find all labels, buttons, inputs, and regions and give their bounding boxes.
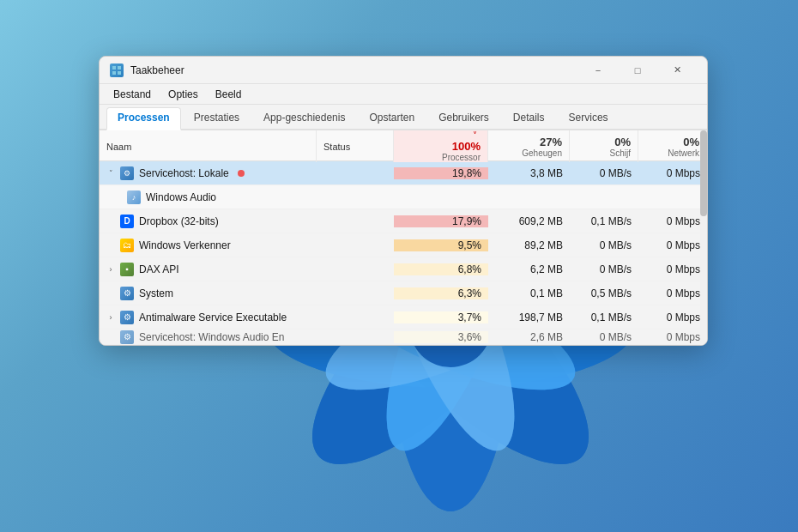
process-icon: ▪ (120, 263, 134, 276)
titlebar: Taakbeheer − □ ✕ (100, 57, 707, 84)
process-disk: 0 MB/s (570, 239, 638, 251)
process-cpu: 6,3% (394, 287, 488, 299)
process-name: Dropbox (32-bits) (139, 215, 219, 227)
menu-beeld[interactable]: Beeld (209, 87, 249, 102)
table-row[interactable]: › ⚙ System 6,3% 0,1 MB 0,5 MB/s 0 Mbps (100, 281, 707, 305)
svg-rect-19 (112, 71, 116, 75)
process-name-cell: › D Dropbox (32-bits) (100, 215, 317, 228)
process-cpu: 3,6% (394, 331, 488, 343)
col-processor[interactable]: ˅ 100% Processor (394, 130, 488, 162)
process-name-cell: › 🗂 Windows Verkenner (100, 239, 317, 252)
process-net: 0 Mbps (638, 263, 707, 275)
process-name: Windows Audio (146, 191, 216, 203)
process-cpu: 3,7% (394, 311, 488, 323)
tab-processen[interactable]: Processen (106, 107, 181, 130)
minimize-button[interactable]: − (578, 57, 618, 84)
process-net: 0 Mbps (638, 239, 707, 251)
col-schijf[interactable]: 0% Schijf (570, 130, 638, 162)
process-mem: 3,8 MB (488, 167, 570, 179)
col-netwerk[interactable]: 0% Netwerk (638, 130, 707, 162)
process-name-cell: ♪ Windows Audio (100, 190, 317, 204)
svg-rect-18 (118, 66, 121, 70)
process-cpu: 6,8% (394, 263, 488, 275)
process-icon: ⚙ (120, 311, 134, 324)
process-icon: ♪ (127, 190, 141, 204)
process-name: Servicehost: Lokale (139, 167, 229, 179)
process-mem: 89,2 MB (488, 239, 570, 251)
task-manager-window: Taakbeheer − □ ✕ Bestand Opties Beeld Pr… (99, 56, 708, 346)
process-icon: D (120, 215, 134, 228)
tab-appgeschiedenis[interactable]: App-geschiedenis (252, 107, 356, 129)
tab-details[interactable]: Details (502, 107, 556, 129)
column-headers: Naam Status ˅ 100% Processor 27% Geheuge… (100, 130, 707, 161)
svg-rect-17 (112, 66, 116, 70)
menu-opties[interactable]: Opties (161, 87, 205, 102)
expand-icon[interactable]: › (106, 313, 115, 322)
app-icon (110, 63, 124, 77)
sort-arrow-icon: ˅ (473, 130, 477, 140)
col-status[interactable]: Status (317, 130, 394, 162)
process-name: System (139, 287, 173, 299)
process-mem: 6,2 MB (488, 263, 570, 275)
tabbar: Processen Prestaties App-geschiedenis Op… (100, 105, 707, 130)
tab-prestaties[interactable]: Prestaties (183, 107, 251, 129)
process-name: DAX API (139, 263, 179, 275)
col-geheugen[interactable]: 27% Geheugen (488, 130, 570, 162)
process-name-cell: › ⚙ Servicehost: Windows Audio En (100, 330, 317, 344)
process-name: Servicehost: Windows Audio En (139, 331, 284, 343)
process-net: 0 Mbps (638, 167, 707, 179)
tab-services[interactable]: Services (558, 107, 620, 129)
process-net: 0 Mbps (638, 287, 707, 299)
process-cpu: 9,5% (394, 239, 488, 251)
table-row[interactable]: ♪ Windows Audio (100, 185, 707, 209)
process-icon: ⚙ (120, 330, 134, 344)
process-mem: 609,2 MB (488, 215, 570, 227)
col-naam[interactable]: Naam (100, 130, 317, 162)
expand-icon[interactable]: ˅ (106, 169, 115, 178)
scrollbar-thumb[interactable] (700, 130, 707, 216)
table-row[interactable]: › ▪ DAX API 6,8% 6,2 MB 0 MB/s 0 Mbps (100, 257, 707, 281)
table-row[interactable]: › ⚙ Servicehost: Windows Audio En 3,6% 2… (100, 329, 707, 345)
table-body: ˅ ⚙ Servicehost: Lokale 19,8% 3,8 MB 0 M… (100, 161, 707, 345)
process-icon: ⚙ (120, 287, 134, 300)
process-cpu: 19,8% (394, 167, 488, 179)
process-table: Naam Status ˅ 100% Processor 27% Geheuge… (100, 130, 707, 345)
status-dot (238, 170, 245, 177)
menu-bestand[interactable]: Bestand (106, 87, 158, 102)
process-name-cell: › ⚙ Antimalware Service Executable (100, 311, 317, 324)
window-title: Taakbeheer (130, 64, 578, 76)
table-row[interactable]: ˅ ⚙ Servicehost: Lokale 19,8% 3,8 MB 0 M… (100, 161, 707, 185)
process-cpu: 17,9% (394, 215, 488, 227)
process-name-cell: ˅ ⚙ Servicehost: Lokale (100, 166, 317, 180)
window-controls: − □ ✕ (578, 57, 697, 84)
maximize-button[interactable]: □ (618, 57, 657, 84)
process-net: 0 Mbps (638, 331, 707, 343)
process-disk: 0 MB/s (570, 263, 638, 275)
table-row[interactable]: › ⚙ Antimalware Service Executable 3,7% … (100, 305, 707, 329)
process-disk: 0 MB/s (570, 167, 638, 179)
process-disk: 0,1 MB/s (570, 311, 638, 323)
table-row[interactable]: › 🗂 Windows Verkenner 9,5% 89,2 MB 0 MB/… (100, 233, 707, 257)
scrollbar-track[interactable] (700, 130, 707, 345)
process-disk: 0 MB/s (570, 331, 638, 343)
tab-opstarten[interactable]: Opstarten (358, 107, 426, 129)
tab-gebruikers[interactable]: Gebruikers (427, 107, 500, 129)
table-row[interactable]: › D Dropbox (32-bits) 17,9% 609,2 MB 0,1… (100, 209, 707, 233)
process-icon: 🗂 (120, 239, 134, 252)
process-disk: 0,5 MB/s (570, 287, 638, 299)
process-name: Antimalware Service Executable (139, 311, 287, 323)
process-mem: 2,6 MB (488, 331, 570, 343)
process-disk: 0,1 MB/s (570, 215, 638, 227)
process-name-cell: › ⚙ System (100, 287, 317, 300)
svg-rect-20 (118, 71, 121, 75)
process-net: 0 Mbps (638, 311, 707, 323)
process-icon: ⚙ (120, 166, 134, 180)
process-net: 0 Mbps (638, 215, 707, 227)
menubar: Bestand Opties Beeld (100, 84, 707, 105)
process-name: Windows Verkenner (139, 239, 231, 251)
process-mem: 198,7 MB (488, 311, 570, 323)
expand-icon[interactable]: › (106, 265, 115, 274)
process-mem: 0,1 MB (488, 287, 570, 299)
close-button[interactable]: ✕ (657, 57, 697, 84)
process-name-cell: › ▪ DAX API (100, 263, 317, 276)
